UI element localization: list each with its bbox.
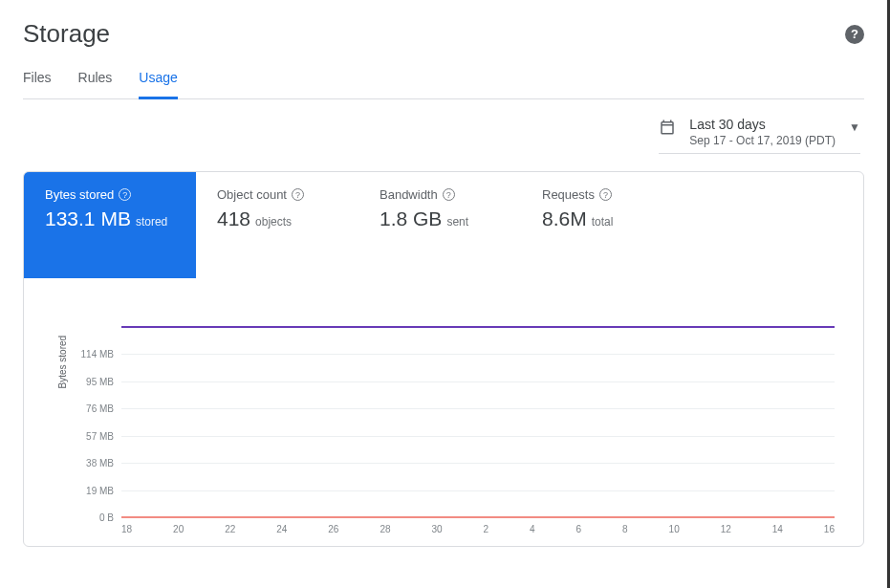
metric-suffix: stored [136, 215, 167, 229]
y-tick-label: 114 MB [76, 349, 114, 359]
y-axis-label: Bytes stored [57, 336, 68, 389]
x-tick-label: 4 [530, 524, 535, 534]
y-tick-label: 76 MB [76, 403, 114, 414]
usage-card: Bytes stored ? 133.1 MB stored Object co… [23, 171, 864, 547]
metric-bytes-stored[interactable]: Bytes stored ? 133.1 MB stored [24, 172, 196, 278]
metric-label: Bytes stored [45, 187, 114, 202]
date-range-value: Sep 17 - Oct 17, 2019 (PDT) [689, 134, 836, 147]
chart-series-line [121, 516, 835, 518]
metric-suffix: objects [255, 215, 292, 229]
gridline [121, 436, 835, 437]
page-title: Storage [23, 19, 110, 49]
x-tick-label: 22 [225, 524, 235, 534]
chart: Bytes stored 0 B19 MB38 MB57 MB76 MB95 M… [24, 278, 863, 546]
gridline [121, 490, 835, 491]
chart-series-line [121, 326, 835, 328]
gridline [121, 408, 835, 409]
x-tick-label: 16 [824, 524, 835, 534]
y-tick-label: 38 MB [76, 458, 114, 468]
x-tick-label: 2 [484, 524, 489, 534]
metric-value: 133.1 MB [45, 207, 131, 230]
x-tick-label: 8 [622, 524, 628, 534]
metric-bandwidth[interactable]: Bandwidth ? 1.8 GB sent [358, 172, 521, 278]
x-tick-label: 30 [431, 524, 442, 534]
x-tick-label: 6 [576, 524, 582, 534]
y-tick-label: 19 MB [76, 485, 114, 495]
info-icon[interactable]: ? [443, 188, 455, 201]
help-icon[interactable]: ? [845, 25, 864, 44]
x-tick-label: 28 [380, 524, 390, 534]
info-icon[interactable]: ? [599, 188, 612, 201]
x-axis-ticks: 18202224262830246810121416 [121, 524, 835, 534]
metric-value: 8.6M [542, 207, 587, 230]
metric-suffix: total [592, 215, 614, 229]
x-tick-label: 12 [721, 524, 731, 534]
metric-value: 1.8 GB [380, 207, 442, 230]
x-tick-label: 10 [669, 524, 680, 534]
gridline [121, 463, 835, 464]
y-tick-label: 95 MB [76, 376, 114, 386]
tabs: Files Rules Usage [23, 70, 864, 99]
chart-plot[interactable]: 0 B19 MB38 MB57 MB76 MB95 MB114 MB182022… [121, 316, 835, 517]
tab-usage[interactable]: Usage [139, 70, 177, 99]
metric-label: Bandwidth [380, 187, 438, 202]
metric-label: Requests [542, 187, 595, 202]
y-tick-label: 57 MB [76, 430, 114, 441]
metric-suffix: sent [446, 215, 468, 229]
page-header: Storage ? [23, 19, 864, 49]
x-tick-label: 26 [328, 524, 338, 534]
x-tick-label: 18 [121, 524, 132, 534]
x-tick-label: 24 [276, 524, 287, 534]
date-range-label: Last 30 days [689, 117, 836, 132]
gridline [121, 381, 835, 382]
x-tick-label: 14 [772, 524, 783, 534]
y-tick-label: 0 B [76, 512, 114, 523]
calendar-icon [659, 119, 676, 140]
tab-rules[interactable]: Rules [78, 70, 113, 99]
info-icon[interactable]: ? [119, 188, 131, 201]
metric-object-count[interactable]: Object count ? 418 objects [196, 172, 358, 278]
gridline [121, 354, 835, 355]
info-icon[interactable]: ? [292, 188, 304, 201]
date-range-picker[interactable]: Last 30 days Sep 17 - Oct 17, 2019 (PDT)… [659, 117, 860, 154]
tab-files[interactable]: Files [23, 70, 52, 99]
x-tick-label: 20 [173, 524, 184, 534]
metric-requests[interactable]: Requests ? 8.6M total [521, 172, 684, 278]
chevron-down-icon: ▼ [849, 120, 860, 134]
metric-value: 418 [217, 207, 250, 230]
metrics-row: Bytes stored ? 133.1 MB stored Object co… [24, 172, 863, 278]
metric-label: Object count [217, 187, 287, 202]
